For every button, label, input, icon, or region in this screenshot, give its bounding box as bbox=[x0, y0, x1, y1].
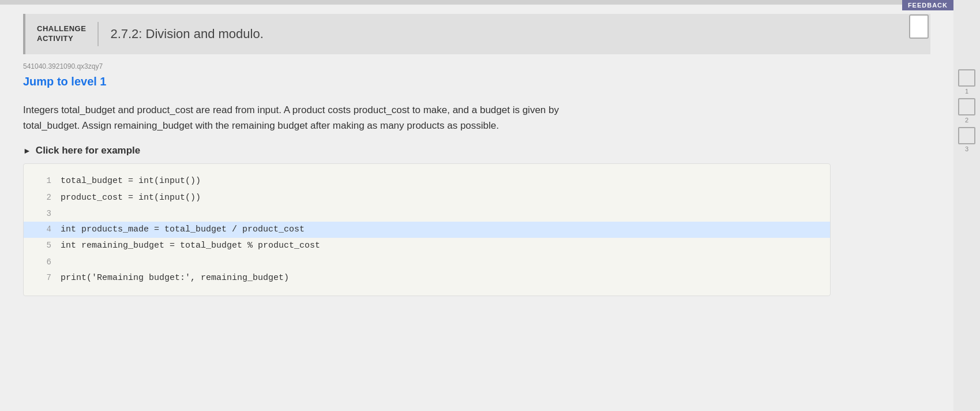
code-text-1: total_budget = int(input()) bbox=[61, 173, 201, 190]
description-line1: Integers total_budget and product_cost a… bbox=[23, 104, 559, 115]
code-text-5: int remaining_budget = total_budget % pr… bbox=[61, 238, 320, 255]
code-text-7: print('Remaining budget:', remaining_bud… bbox=[61, 270, 289, 287]
line-num-2: 2 bbox=[35, 190, 51, 206]
line-num-1: 1 bbox=[35, 173, 51, 189]
level-num-1: 1 bbox=[965, 88, 968, 95]
challenge-header: CHALLENGE ACTIVITY 2.7.2: Division and m… bbox=[23, 14, 930, 54]
code-text-4: int products_made = total_budget / produ… bbox=[61, 222, 305, 238]
code-line-6: 6 bbox=[35, 255, 818, 270]
code-line-4: 4 int products_made = total_budget / pro… bbox=[24, 222, 830, 238]
code-text-2: product_cost = int(input()) bbox=[61, 190, 201, 207]
session-id: 541040.3921090.qx3zqy7 bbox=[23, 62, 930, 70]
right-sidebar: 1 2 3 bbox=[953, 0, 980, 411]
challenge-title: 2.7.2: Division and modulo. bbox=[110, 22, 263, 46]
main-container: FEEDBACK CHALLENGE ACTIVITY 2.7.2: Divis… bbox=[0, 0, 980, 411]
level-box-1 bbox=[958, 69, 975, 87]
line-num-5: 5 bbox=[35, 238, 51, 253]
challenge-label-line1: CHALLENGE bbox=[37, 24, 86, 34]
code-block: 1 total_budget = int(input()) 2 product_… bbox=[23, 163, 831, 296]
expand-arrow-icon: ► bbox=[23, 146, 31, 155]
code-line-3: 3 bbox=[35, 206, 818, 222]
challenge-label-line2: ACTIVITY bbox=[37, 34, 86, 44]
description-line2: total_budget. Assign remaining_budget wi… bbox=[23, 120, 499, 131]
level-num-3: 3 bbox=[965, 145, 968, 152]
level-item-3[interactable]: 3 bbox=[958, 127, 975, 152]
svg-rect-0 bbox=[910, 15, 928, 38]
code-line-2: 2 product_cost = int(input()) bbox=[35, 190, 818, 207]
code-line-1: 1 total_budget = int(input()) bbox=[35, 173, 818, 190]
content-area: FEEDBACK CHALLENGE ACTIVITY 2.7.2: Divis… bbox=[0, 0, 953, 411]
click-example[interactable]: ► Click here for example bbox=[23, 145, 930, 156]
jump-to-level[interactable]: Jump to level 1 bbox=[23, 75, 930, 88]
level-num-2: 2 bbox=[965, 117, 968, 124]
click-example-label: Click here for example bbox=[36, 145, 140, 156]
level-box-3 bbox=[958, 127, 975, 144]
bookmark-icon[interactable] bbox=[908, 14, 929, 39]
code-line-7: 7 print('Remaining budget:', remaining_b… bbox=[35, 270, 818, 287]
line-num-7: 7 bbox=[35, 270, 51, 286]
feedback-button[interactable]: FEEDBACK bbox=[902, 0, 953, 10]
description: Integers total_budget and product_cost a… bbox=[23, 102, 819, 133]
top-bar bbox=[0, 0, 953, 5]
line-num-4: 4 bbox=[35, 222, 51, 237]
level-item-2[interactable]: 2 bbox=[958, 98, 975, 124]
line-num-3: 3 bbox=[35, 206, 51, 222]
line-num-6: 6 bbox=[35, 255, 51, 270]
level-item-1[interactable]: 1 bbox=[958, 69, 975, 95]
challenge-label: CHALLENGE ACTIVITY bbox=[37, 22, 99, 46]
code-line-5: 5 int remaining_budget = total_budget % … bbox=[35, 238, 818, 255]
level-box-2 bbox=[958, 98, 975, 115]
